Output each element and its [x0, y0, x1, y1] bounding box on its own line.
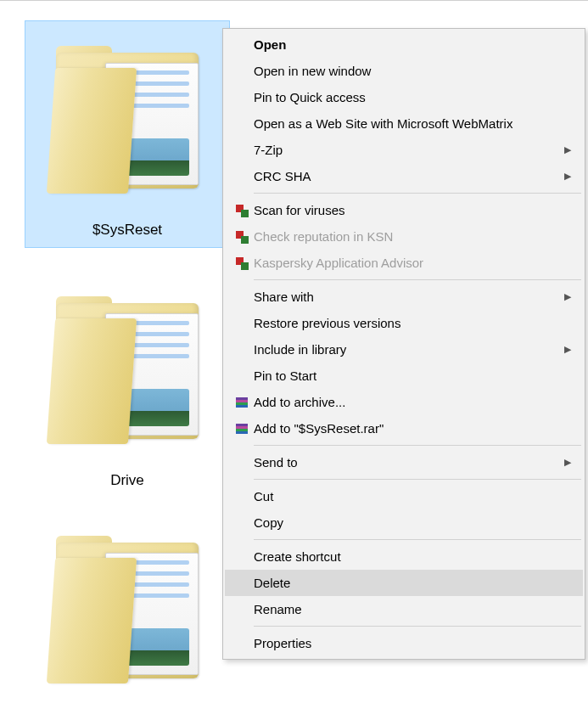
menu-label: Cut — [254, 489, 273, 503]
winrar-icon — [230, 422, 254, 436]
menu-label: Open in new window — [254, 64, 371, 78]
menu-delete[interactable]: Delete — [225, 570, 583, 596]
menu-7zip[interactable]: 7-Zip▶ — [225, 137, 583, 163]
menu-copy[interactable]: Copy — [225, 509, 583, 536]
menu-restore-versions[interactable]: Restore previous versions — [225, 310, 583, 336]
menu-label: Check reputation in KSN — [254, 229, 393, 244]
menu-separator — [254, 193, 581, 194]
menu-label: Open as a Web Site with Microsoft WebMat… — [254, 116, 512, 131]
svg-rect-6 — [236, 429, 248, 431]
kaspersky-icon — [230, 231, 254, 243]
folder-label: Drive — [25, 469, 229, 498]
menu-label: Send to — [254, 455, 298, 470]
svg-rect-3 — [236, 405, 248, 408]
menu-label: Rename — [254, 602, 302, 616]
menu-separator — [254, 445, 581, 446]
menu-properties[interactable]: Properties — [225, 630, 583, 656]
menu-send-to[interactable]: Send to▶ — [225, 449, 583, 475]
submenu-arrow-icon: ▶ — [564, 344, 571, 355]
folder-item-3[interactable] — [25, 511, 229, 720]
menu-label: Kaspersky Application Advisor — [254, 256, 423, 270]
menu-label: Pin to Quick access — [254, 90, 366, 104]
svg-rect-0 — [236, 397, 248, 400]
submenu-arrow-icon: ▶ — [564, 291, 571, 302]
menu-cut[interactable]: Cut — [225, 483, 583, 509]
svg-rect-5 — [236, 426, 248, 429]
menu-separator — [254, 626, 581, 627]
menu-open-webmatrix[interactable]: Open as a Web Site with Microsoft WebMat… — [225, 110, 583, 137]
svg-rect-2 — [236, 402, 248, 405]
menu-label: Share with — [254, 290, 314, 304]
winrar-icon — [230, 396, 254, 409]
menu-share-with[interactable]: Share with▶ — [225, 284, 583, 310]
svg-rect-1 — [236, 400, 248, 402]
menu-label: Delete — [254, 576, 290, 590]
menu-separator — [254, 539, 581, 540]
submenu-arrow-icon: ▶ — [564, 171, 571, 182]
menu-label: Create shortcut — [254, 549, 341, 564]
folder-icon — [25, 21, 229, 218]
menu-open-new-window[interactable]: Open in new window — [225, 58, 583, 84]
menu-add-rar[interactable]: Add to "$SysReset.rar" — [225, 415, 583, 442]
menu-include-library[interactable]: Include in library▶ — [225, 336, 583, 363]
submenu-arrow-icon: ▶ — [564, 144, 571, 155]
svg-rect-7 — [236, 431, 248, 434]
folder-label: $SysReset — [25, 218, 229, 247]
window-top-border — [0, 0, 588, 1]
folder-icon — [25, 272, 229, 469]
menu-label: Open — [254, 37, 286, 52]
menu-label: Properties — [254, 636, 311, 650]
svg-rect-4 — [236, 424, 248, 426]
folder-item-drive[interactable]: Drive — [25, 272, 229, 498]
menu-label: CRC SHA — [254, 169, 311, 183]
menu-create-shortcut[interactable]: Create shortcut — [225, 543, 583, 570]
menu-label: Restore previous versions — [254, 316, 400, 330]
menu-pin-start[interactable]: Pin to Start — [225, 363, 583, 389]
menu-check-ksn: Check reputation in KSN — [225, 223, 583, 250]
menu-pin-quick-access[interactable]: Pin to Quick access — [225, 84, 583, 110]
menu-label: Add to "$SysReset.rar" — [254, 421, 384, 436]
context-menu: Open Open in new window Pin to Quick acc… — [222, 28, 585, 660]
menu-label: Include in library — [254, 342, 346, 357]
menu-label: Add to archive... — [254, 395, 345, 409]
menu-open[interactable]: Open — [225, 31, 583, 58]
menu-add-archive[interactable]: Add to archive... — [225, 389, 583, 415]
menu-label: Copy — [254, 515, 283, 530]
menu-label: Scan for viruses — [254, 203, 345, 217]
submenu-arrow-icon: ▶ — [564, 457, 571, 468]
menu-crc-sha[interactable]: CRC SHA▶ — [225, 163, 583, 189]
menu-separator — [254, 479, 581, 480]
menu-rename[interactable]: Rename — [225, 596, 583, 622]
menu-kaspersky-advisor: Kaspersky Application Advisor — [225, 250, 583, 276]
folder-item-sysreset[interactable]: $SysReset — [25, 21, 229, 247]
menu-scan-viruses[interactable]: Scan for viruses — [225, 197, 583, 223]
menu-separator — [254, 279, 581, 280]
kaspersky-icon — [230, 205, 254, 217]
kaspersky-icon — [230, 257, 254, 269]
menu-label: Pin to Start — [254, 368, 316, 383]
folder-icon — [25, 511, 229, 708]
folder-label — [25, 708, 229, 720]
menu-label: 7-Zip — [254, 143, 283, 157]
